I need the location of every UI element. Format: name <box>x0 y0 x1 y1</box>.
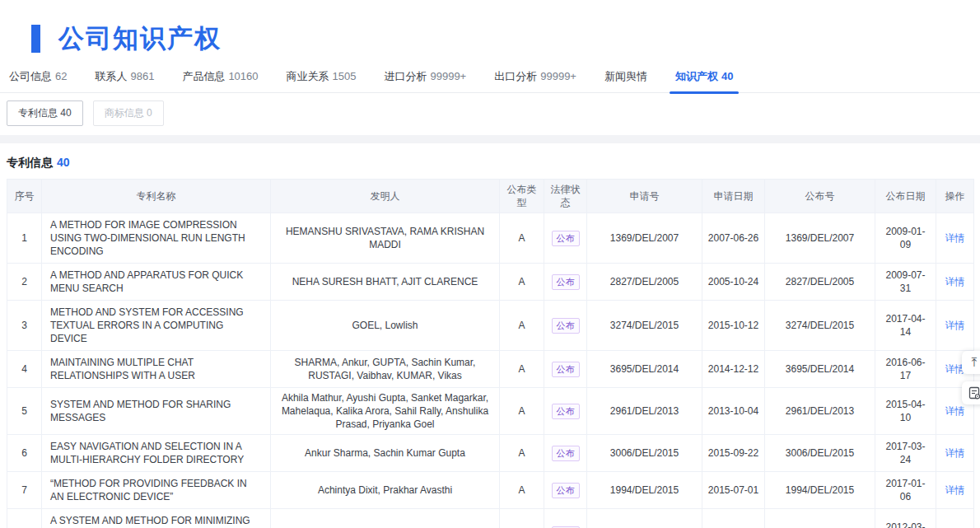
cell-application-no: 821/DEL/2006 <box>587 509 702 528</box>
cell-patent-name: A SYSTEM AND METHOD FOR MINIMIZING AND M… <box>42 509 271 528</box>
tab-bar: 公司信息62联系人9861产品信息10160商业关系1505进口分析99999+… <box>0 69 980 93</box>
cell-legal-status: 公布 <box>544 351 587 388</box>
cell-patent-name: EASY NAVIGATION AND SELECTION IN A MULTI… <box>42 435 271 472</box>
cell-publication-date: 2017-03-24 <box>875 435 936 472</box>
table-row: 3METHOD AND SYSTEM FOR ACCESSING TEXTUAL… <box>7 301 974 351</box>
cell-index: 6 <box>7 435 42 472</box>
cell-pub-type: A <box>500 301 544 351</box>
filter-button-count: 0 <box>147 107 152 119</box>
cell-publication-no: 2961/DEL/2013 <box>765 388 875 435</box>
legal-status-badge: 公布 <box>552 231 580 246</box>
tab-count: 62 <box>55 70 67 82</box>
cell-application-no: 3695/DEL/2014 <box>587 351 702 388</box>
cell-pub-type: A <box>500 213 544 264</box>
table-row: 8A SYSTEM AND METHOD FOR MINIMIZING AND … <box>7 509 974 528</box>
tab-count: 40 <box>721 70 733 82</box>
cell-publication-no: 2827/DEL/2005 <box>765 264 875 301</box>
report-button[interactable] <box>962 381 980 404</box>
cell-application-no: 3274/DEL/2015 <box>587 301 702 351</box>
section-divider <box>0 135 980 143</box>
tab-5[interactable]: 进口分析99999+ <box>381 69 469 92</box>
cell-action: 详情 <box>936 213 974 264</box>
column-header: 公布号 <box>765 180 875 213</box>
cell-patent-name: A METHOD AND APPARATUS FOR QUICK MENU SE… <box>42 264 271 301</box>
tab-7[interactable]: 新闻舆情 <box>602 69 650 92</box>
detail-link[interactable]: 详情 <box>945 232 965 244</box>
column-header: 申请日期 <box>702 180 765 213</box>
detail-link[interactable]: 详情 <box>945 484 965 496</box>
legal-status-badge: 公布 <box>552 318 580 334</box>
tab-2[interactable]: 联系人9861 <box>92 69 156 92</box>
cell-action: 详情 <box>936 509 974 528</box>
page-header: 公司知识产权 <box>0 0 980 56</box>
filter-button-patent[interactable]: 专利信息 40 <box>7 100 83 126</box>
cell-publication-date: 2009-07-31 <box>875 264 936 301</box>
cell-index: 5 <box>7 388 42 435</box>
tab-4[interactable]: 商业关系1505 <box>284 69 359 92</box>
cell-patent-name: MAINTAINING MULTIPLE CHAT RELATIONSHIPS … <box>42 351 271 388</box>
patent-table: 序号专利名称发明人公布类型法律状态申请号申请日期公布号公布日期操作 1A MET… <box>7 179 974 528</box>
cell-legal-status: 公布 <box>544 213 587 264</box>
back-to-top-button[interactable]: ⤒ <box>962 351 980 374</box>
cell-pub-type: A <box>500 264 544 301</box>
cell-inventors: HEMANSHU SRIVASTAVA, RAMA KRISHAN MADDI <box>271 213 500 264</box>
tab-label: 进口分析 <box>384 70 427 82</box>
detail-link[interactable]: 详情 <box>945 405 965 417</box>
cell-patent-name: A METHOD FOR IMAGE COMPRESSION USING TWO… <box>42 213 271 264</box>
column-header: 法律状态 <box>544 180 587 213</box>
legal-status-badge: 公布 <box>552 446 580 461</box>
detail-link[interactable]: 详情 <box>945 320 965 331</box>
tab-6[interactable]: 出口分析99999+ <box>492 69 579 92</box>
cell-publication-no: 1994/DEL/2015 <box>765 472 875 509</box>
cell-application-date: 2007-06-26 <box>702 213 765 264</box>
cell-legal-status: 公布 <box>544 472 587 509</box>
table-row: 7“METHOD FOR PROVIDING FEEDBACK IN AN EL… <box>7 472 974 509</box>
floating-toolbar: ⤒ <box>962 351 980 404</box>
cell-legal-status: 公布 <box>544 301 587 351</box>
cell-inventors: NEHA SURESH BHATT, AJIT CLARENCE <box>271 264 500 301</box>
cell-application-no: 2827/DEL/2005 <box>587 264 702 301</box>
patent-table-body: 1A METHOD FOR IMAGE COMPRESSION USING TW… <box>7 213 974 528</box>
cell-pub-type: A <box>500 509 544 528</box>
back-to-top-icon: ⤒ <box>972 355 978 370</box>
tab-label: 联系人 <box>95 70 127 82</box>
filter-button-label: 专利信息 <box>18 107 58 119</box>
tab-8[interactable]: 知识产权40 <box>673 69 735 92</box>
cell-publication-date: 2017-04-14 <box>875 301 936 351</box>
table-row: 5SYSTEM AND METHOD FOR SHARING MESSAGESA… <box>7 388 974 435</box>
tab-count: 99999+ <box>430 70 466 82</box>
legal-status-badge: 公布 <box>552 483 580 498</box>
cell-publication-date: 2012-03-30 <box>875 509 936 528</box>
cell-inventors: Achintya Dixit, Prakhar Avasthi <box>271 472 500 509</box>
cell-index: 1 <box>7 213 42 264</box>
detail-link[interactable]: 详情 <box>945 447 965 459</box>
cell-action: 详情 <box>936 301 974 351</box>
cell-publication-date: 2016-06-17 <box>875 351 936 388</box>
tab-1[interactable]: 公司信息62 <box>7 69 69 92</box>
cell-application-no: 3006/DEL/2015 <box>587 435 702 472</box>
cell-index: 3 <box>7 301 42 351</box>
cell-legal-status: 公布 <box>544 509 587 528</box>
cell-pub-type: A <box>500 388 544 435</box>
cell-application-date: 2015-09-22 <box>702 435 765 472</box>
cell-action: 详情 <box>936 435 974 472</box>
cell-inventors: SHARMA, Ankur, GUPTA, Sachin Kumar, RUST… <box>271 351 500 388</box>
cell-index: 7 <box>7 472 42 509</box>
cell-legal-status: 公布 <box>544 388 587 435</box>
cell-patent-name: “METHOD FOR PROVIDING FEEDBACK IN AN ELE… <box>42 472 271 509</box>
cell-publication-no: 3006/DEL/2015 <box>765 435 875 472</box>
cell-legal-status: 公布 <box>544 435 587 472</box>
cell-publication-no: 821/DEL/2006 <box>765 509 875 528</box>
tab-3[interactable]: 产品信息10160 <box>180 69 260 92</box>
cell-index: 4 <box>7 351 42 388</box>
cell-application-date: 2015-10-12 <box>702 301 765 351</box>
cell-pub-type: A <box>500 472 544 509</box>
cell-publication-date: 2017-01-06 <box>875 472 936 509</box>
cell-legal-status: 公布 <box>544 264 587 301</box>
cell-action: 详情 <box>936 264 974 301</box>
filter-button-trademark[interactable]: 商标信息 0 <box>93 100 164 126</box>
detail-link[interactable]: 详情 <box>945 276 965 287</box>
cell-application-no: 2961/DEL/2013 <box>587 388 702 435</box>
cell-application-date: 2013-10-04 <box>702 388 765 435</box>
tab-count: 10160 <box>228 70 258 82</box>
